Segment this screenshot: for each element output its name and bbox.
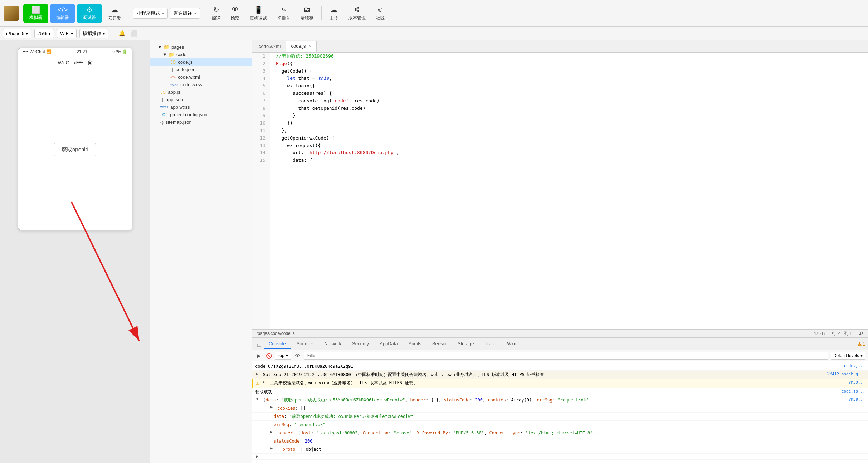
devtools-tab-console[interactable]: Console bbox=[264, 340, 291, 349]
tree-item-code-folder[interactable]: ▼ 📁 code bbox=[150, 51, 252, 58]
camera-icon[interactable]: ◉ bbox=[87, 59, 92, 66]
context-select[interactable]: top ▾ bbox=[275, 352, 291, 360]
action-label: 模拟操作 bbox=[83, 30, 101, 37]
devtools-tab-audits[interactable]: Audits bbox=[404, 340, 426, 349]
devtools-tab-storage[interactable]: Storage bbox=[453, 340, 479, 349]
pages-expand-icon: ▼ bbox=[157, 44, 162, 50]
expand-header[interactable]: ▶ bbox=[269, 430, 274, 434]
zoom-select[interactable]: 75% ▾ bbox=[34, 29, 54, 38]
realdevice-label: 真机调试 bbox=[250, 15, 267, 21]
devtools-tab-trace[interactable]: Trace bbox=[480, 340, 502, 349]
console-link-5[interactable]: VM39... bbox=[849, 397, 865, 403]
devtools-inspect-icon[interactable]: ⬚ bbox=[255, 340, 263, 348]
preview-label: 预览 bbox=[231, 15, 239, 21]
wxml-icon-1: <> bbox=[170, 74, 176, 80]
code-line-4: let that = this; bbox=[276, 75, 862, 82]
action-select[interactable]: 模拟操作 ▾ bbox=[79, 29, 108, 38]
close-tab-js[interactable]: ✕ bbox=[308, 44, 311, 48]
cutback-button[interactable]: ⤷ 切后台 bbox=[273, 4, 294, 23]
code-line-13: wx.request({ bbox=[276, 142, 862, 150]
editor-label: 编辑器 bbox=[56, 15, 69, 21]
miniprogram-mode-select[interactable]: 小程序模式 ▾ bbox=[133, 8, 168, 19]
code-line-2: Page({ bbox=[276, 60, 862, 68]
devtools-tab-network[interactable]: Network bbox=[319, 340, 346, 349]
network-select[interactable]: WiFi ▾ bbox=[57, 29, 77, 38]
upload-button[interactable]: ☁ 上传 bbox=[325, 4, 342, 23]
code-area[interactable]: 12345 678910 1112131415 //老师微信: 25019026… bbox=[252, 53, 868, 329]
cloud-button[interactable]: ☁ 云开发 bbox=[104, 4, 125, 23]
tree-item-code-js[interactable]: JS code.js bbox=[150, 58, 252, 66]
eye-icon[interactable]: 👁 bbox=[294, 352, 301, 359]
expand-btn-obj[interactable]: ▼ bbox=[255, 397, 259, 401]
devtools-tab-appdata[interactable]: AppData bbox=[375, 340, 403, 349]
console-text-timestamp: Sat Sep 21 2019 21:2...36 GMT+0800 （中国标准… bbox=[263, 371, 544, 378]
get-openid-button[interactable]: 获取openid bbox=[54, 143, 96, 156]
devtools-toolbar: ▶ 🚫 top ▾ 👁 Default levels ▾ bbox=[252, 350, 868, 361]
code-line-14: url: 'http://localhost:8080/Demo.php', bbox=[276, 149, 862, 157]
code-folder-icon: 📁 bbox=[169, 52, 174, 57]
clearcache-button[interactable]: 🗂 清缓存 bbox=[296, 4, 318, 23]
row-col: 行 2，列 1 bbox=[832, 331, 852, 337]
audio-icon[interactable]: 🔔 bbox=[117, 29, 127, 38]
tree-item-project-config[interactable]: {⚙} project.config.json bbox=[150, 111, 252, 118]
devtools-tab-security[interactable]: Security bbox=[347, 340, 374, 349]
tree-item-app-wxss[interactable]: wxss app.wxss bbox=[150, 103, 252, 111]
screen-icon[interactable]: ⬜ bbox=[130, 29, 139, 38]
simulator-label: 模拟器 bbox=[29, 15, 42, 21]
main-layout: •••• WeChat 📶 21:21 97% 🔋 WeChat ••• ◉ 获… bbox=[0, 40, 868, 463]
expand-btn-warn[interactable]: ▶ bbox=[262, 380, 266, 384]
editor-button[interactable]: </> 编辑器 bbox=[50, 4, 75, 23]
console-link-1[interactable]: code.j... bbox=[844, 363, 865, 369]
expand-proto[interactable]: ▶ bbox=[269, 446, 274, 450]
tab-wxml[interactable]: code.wxml bbox=[254, 41, 286, 52]
device-select[interactable]: iPhone 5 ▾ bbox=[3, 29, 31, 38]
level-select[interactable]: Default levels ▾ bbox=[831, 352, 865, 360]
refresh-button[interactable]: ↻ 编译 bbox=[208, 4, 225, 23]
js-icon-1: JS bbox=[170, 59, 176, 65]
realdevice-button[interactable]: 📱 真机调试 bbox=[245, 4, 271, 23]
tree-item-app-js[interactable]: JS app.js bbox=[150, 88, 252, 96]
community-button[interactable]: ☺ 社区 bbox=[372, 4, 389, 23]
line-numbers: 12345 678910 1112131415 bbox=[252, 53, 270, 329]
expand-cookies[interactable]: ▶ bbox=[269, 405, 274, 409]
debugger-button[interactable]: ⚙ 调试器 bbox=[77, 4, 102, 23]
filter-input[interactable] bbox=[304, 352, 828, 360]
tree-item-code-json[interactable]: {} code.json bbox=[150, 66, 252, 73]
console-line-success: 获取成功 code.js... bbox=[252, 388, 868, 396]
code-lines: //老师微信: 2501902696 Page({ getCode() { le… bbox=[270, 53, 868, 329]
preview-button[interactable]: 👁 预览 bbox=[226, 4, 244, 23]
simulator-button[interactable]: ⬜ 模拟器 bbox=[23, 4, 48, 23]
simulator-panel: •••• WeChat 📶 21:21 97% 🔋 WeChat ••• ◉ 获… bbox=[0, 40, 150, 463]
expand-btn-ts[interactable]: ▶ bbox=[255, 371, 259, 376]
block-icon[interactable]: 🚫 bbox=[265, 352, 272, 359]
dots-icon[interactable]: ••• bbox=[77, 59, 83, 66]
tab-js[interactable]: code.js ✕ bbox=[286, 41, 316, 52]
console-line-warn: ⚠ ▶ 工具未校验法域名、web-view（业务域名）、TLS 版本以及 HTT… bbox=[252, 379, 868, 388]
devtools-panel: ⬚ Console Sources Network Security AppDa… bbox=[252, 338, 868, 463]
second-toolbar: iPhone 5 ▾ 75% ▾ WiFi ▾ 模拟操作 ▾ 🔔 ⬜ bbox=[0, 27, 868, 40]
editor-icon: </> bbox=[58, 6, 68, 13]
devtools-tabs: ⬚ Console Sources Network Security AppDa… bbox=[252, 338, 868, 350]
devtools-tab-sources[interactable]: Sources bbox=[292, 340, 319, 349]
version-button[interactable]: ⑆ 版本管理 bbox=[344, 4, 370, 23]
devtools-tab-wxml[interactable]: Wxml bbox=[502, 340, 524, 349]
tree-item-sitemap[interactable]: {} sitemap.json bbox=[150, 118, 252, 126]
tree-item-code-wxml[interactable]: <> code.wxml bbox=[150, 73, 252, 81]
tree-item-code-wxss[interactable]: wxss code.wxss bbox=[150, 81, 252, 88]
expand-footer[interactable]: ▶ bbox=[255, 454, 259, 459]
pages-folder-icon: 📁 bbox=[164, 44, 169, 50]
tree-item-app-json[interactable]: {} app.json bbox=[150, 96, 252, 103]
tree-item-pages[interactable]: ▼ 📁 pages bbox=[150, 43, 252, 51]
phone-nav-bar: WeChat ••• ◉ bbox=[18, 56, 132, 69]
console-link-2[interactable]: VM412 asdebug... bbox=[827, 371, 865, 377]
console-link-3[interactable]: VM39... bbox=[849, 380, 865, 386]
compile-mode-select[interactable]: 普通编译 ▾ bbox=[170, 8, 200, 19]
devtools-tab-sensor[interactable]: Sensor bbox=[427, 340, 452, 349]
run-icon[interactable]: ▶ bbox=[255, 352, 262, 359]
console-output[interactable]: code 071X2g9a2EnB...0rDK8a2GHo9a2X2g9I c… bbox=[252, 361, 868, 463]
json-icon-1: {} bbox=[170, 67, 174, 72]
console-text-object: {data: "获取openid成功成功: o53Mb0Rer6ZkRX96le… bbox=[263, 397, 589, 403]
console-link-4[interactable]: code.js... bbox=[842, 389, 865, 395]
top-toolbar: ⬜ 模拟器 </> 编辑器 ⚙ 调试器 ☁ 云开发 小程序模式 ▾ 普通编译 ▾… bbox=[0, 0, 868, 27]
code-line-11: }, bbox=[276, 127, 862, 135]
